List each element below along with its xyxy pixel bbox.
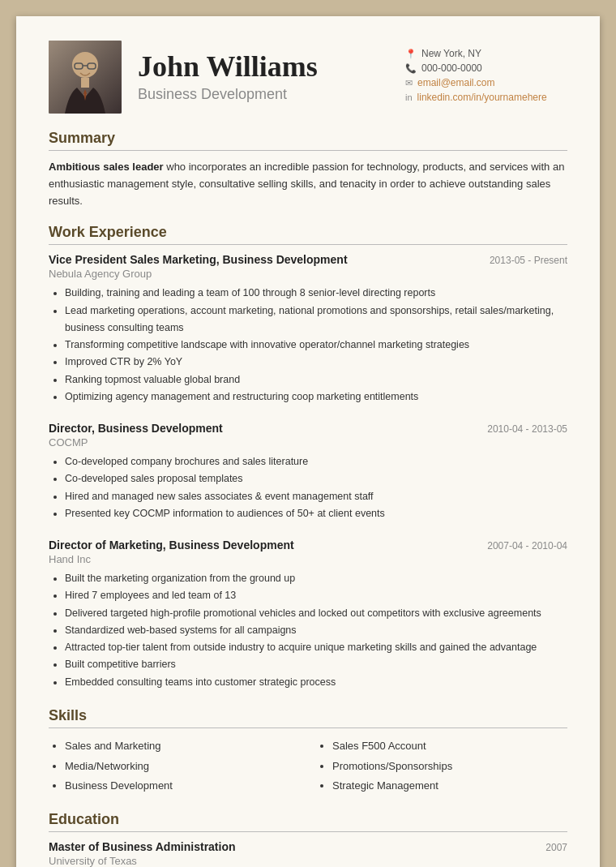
edu-1-year: 2007 [545, 842, 567, 853]
summary-bold: Ambitious sales leader [49, 161, 164, 173]
work-experience-section: Work Experience Vice President Sales Mar… [49, 224, 567, 691]
email-icon: ✉ [405, 78, 413, 88]
bullet: Embedded consulting teams into customer … [65, 674, 567, 691]
skills-right: Sales F500 Account Promotions/Sponsorshi… [316, 736, 567, 796]
bullet: Hired 7 employees and led team of 13 [65, 587, 567, 604]
bullet: Building, training and leading a team of… [65, 285, 567, 302]
job-3-bullets: Built the marketing organization from th… [49, 570, 567, 691]
linkedin-link[interactable]: linkedin.com/in/yournamehere [417, 92, 547, 103]
skill-item: Strategic Management [332, 776, 567, 796]
email-link[interactable]: email@email.com [417, 77, 495, 88]
location-icon: 📍 [405, 49, 417, 59]
svg-point-2 [72, 52, 98, 78]
education-title: Education [49, 811, 567, 832]
bullet: Lead marketing operations, account marke… [65, 303, 567, 337]
job-3-dates: 2007-04 - 2010-04 [487, 540, 567, 552]
contact-location: 📍 New York, NY [405, 48, 567, 59]
skills-title: Skills [49, 707, 567, 728]
skill-item: Promotions/Sponsorships [332, 757, 567, 777]
phone-icon: 📞 [405, 63, 417, 74]
education-section: Education Master of Business Administrat… [49, 811, 567, 867]
skills-grid: Sales and Marketing Media/Networking Bus… [49, 736, 567, 796]
bullet: Hired and managed new sales associates &… [65, 488, 567, 505]
skills-left: Sales and Marketing Media/Networking Bus… [49, 736, 300, 796]
job-1-dates: 2013-05 - Present [490, 255, 567, 266]
skill-item: Business Development [65, 776, 300, 796]
contact-linkedin: in linkedin.com/in/yournamehere [405, 92, 567, 103]
job-1-header: Vice President Sales Marketing, Business… [49, 253, 567, 266]
bullet: Transforming competitive landscape with … [65, 337, 567, 354]
job-1-title: Vice President Sales Marketing, Business… [49, 253, 348, 266]
job-2-dates: 2010-04 - 2013-05 [487, 423, 567, 435]
bullet: Built the marketing organization from th… [65, 570, 567, 587]
job-2-bullets: Co-developed company brochures and sales… [49, 453, 567, 522]
header-contact: 📍 New York, NY 📞 000-000-0000 ✉ email@em… [405, 48, 567, 106]
job-3-title: Director of Marketing, Business Developm… [49, 539, 294, 552]
job-2-title: Director, Business Development [49, 422, 223, 435]
edu-1-school: University of Texas [49, 855, 567, 867]
job-3: Director of Marketing, Business Developm… [49, 539, 567, 691]
contact-email: ✉ email@email.com [405, 77, 567, 88]
edu-1-header: Master of Business Administration 2007 [49, 840, 567, 853]
bullet: Standardized web-based systems for all c… [65, 622, 567, 639]
edu-1-degree: Master of Business Administration [49, 840, 236, 853]
bullet: Optimizing agency management and restruc… [65, 388, 567, 406]
bullet: Ranking topmost valuable global brand [65, 371, 567, 388]
summary-section: Summary Ambitious sales leader who incor… [49, 130, 567, 209]
resume-container: John Williams Business Development 📍 New… [16, 16, 600, 867]
skill-item: Sales F500 Account [332, 736, 567, 757]
bullet: Attracted top-tier talent from outside i… [65, 639, 567, 656]
header-info: John Williams Business Development [138, 51, 389, 104]
candidate-title: Business Development [138, 86, 389, 103]
skills-section: Skills Sales and Marketing Media/Network… [49, 707, 567, 796]
bullet: Improved CTR by 2% YoY [65, 354, 567, 371]
job-2: Director, Business Development 2010-04 -… [49, 422, 567, 522]
candidate-name: John Williams [138, 51, 389, 84]
bullet: Co-developed company brochures and sales… [65, 453, 567, 470]
linkedin-icon: in [405, 92, 413, 102]
svg-rect-6 [81, 78, 89, 88]
job-3-header: Director of Marketing, Business Developm… [49, 539, 567, 552]
education-entry-1: Master of Business Administration 2007 U… [49, 840, 567, 867]
job-1-company: Nebula Agency Group [49, 268, 567, 280]
summary-text: Ambitious sales leader who incorporates … [49, 159, 567, 209]
job-2-company: COCMP [49, 436, 567, 449]
bullet: Delivered targeted high-profile promotio… [65, 605, 567, 622]
bullet: Co-developed sales proposal templates [65, 470, 567, 487]
job-3-company: Hand Inc [49, 553, 567, 565]
contact-phone: 📞 000-000-0000 [405, 62, 567, 74]
job-1: Vice President Sales Marketing, Business… [49, 253, 567, 406]
job-1-bullets: Building, training and leading a team of… [49, 285, 567, 406]
bullet: Built competitive barriers [65, 656, 567, 673]
work-experience-title: Work Experience [49, 224, 567, 245]
header-section: John Williams Business Development 📍 New… [49, 41, 567, 114]
job-2-header: Director, Business Development 2010-04 -… [49, 422, 567, 435]
skill-item: Media/Networking [65, 757, 300, 777]
summary-title: Summary [49, 130, 567, 151]
skill-item: Sales and Marketing [65, 736, 300, 757]
avatar [49, 41, 122, 114]
bullet: Presented key COCMP information to audie… [65, 505, 567, 522]
